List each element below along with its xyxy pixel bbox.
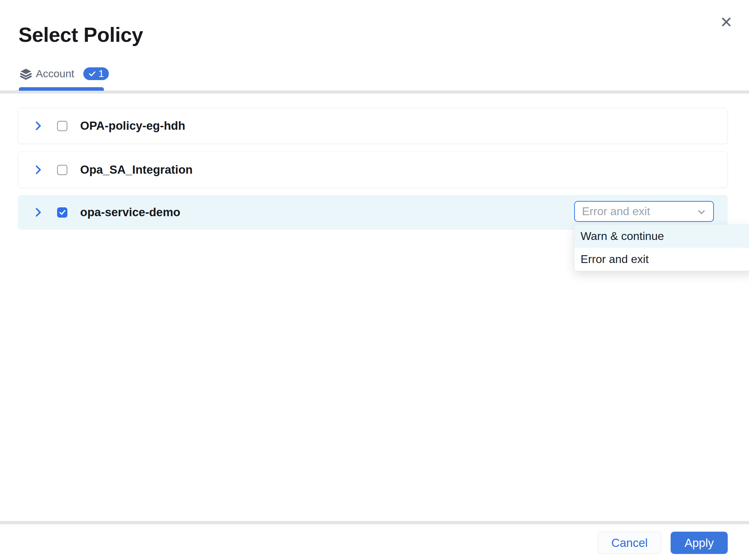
menu-option-error-exit[interactable]: Error and exit bbox=[575, 248, 749, 271]
apply-button[interactable]: Apply bbox=[671, 532, 728, 554]
selected-count-badge: 1 bbox=[83, 67, 109, 80]
failure-action-selected-value: Error and exit bbox=[582, 205, 650, 218]
policy-checkbox-checked[interactable] bbox=[57, 207, 67, 218]
layers-icon bbox=[20, 68, 32, 80]
policy-checkbox[interactable] bbox=[57, 121, 67, 131]
footer-divider bbox=[0, 521, 749, 524]
check-icon bbox=[59, 208, 66, 216]
policy-name: Opa_SA_Integration bbox=[80, 163, 193, 177]
failure-action-select[interactable]: Error and exit bbox=[574, 201, 714, 222]
selected-count: 1 bbox=[98, 69, 104, 79]
cancel-button[interactable]: Cancel bbox=[598, 532, 661, 554]
expand-chevron-icon[interactable] bbox=[34, 165, 43, 175]
check-icon bbox=[88, 70, 96, 78]
policy-row: Opa_SA_Integration bbox=[18, 152, 728, 188]
expand-chevron-icon[interactable] bbox=[34, 121, 43, 131]
tab-account[interactable]: Account 1 bbox=[20, 67, 109, 80]
policy-checkbox[interactable] bbox=[57, 165, 67, 175]
active-tab-underline bbox=[19, 87, 104, 91]
close-icon[interactable] bbox=[719, 14, 734, 30]
menu-option-warn-continue[interactable]: Warn & continue bbox=[575, 225, 749, 248]
policy-name: opa-service-demo bbox=[80, 206, 180, 219]
page-title: Select Policy bbox=[18, 23, 143, 46]
tab-divider bbox=[0, 90, 749, 94]
policy-row: OPA-policy-eg-hdh bbox=[18, 108, 728, 144]
chevron-down-icon bbox=[696, 207, 707, 219]
tab-account-label: Account bbox=[36, 68, 74, 80]
select-policy-dialog: Select Policy Account 1 bbox=[0, 0, 749, 560]
expand-chevron-icon[interactable] bbox=[34, 207, 43, 217]
failure-action-menu: Warn & continue Error and exit bbox=[574, 224, 749, 271]
policy-name: OPA-policy-eg-hdh bbox=[80, 119, 185, 133]
